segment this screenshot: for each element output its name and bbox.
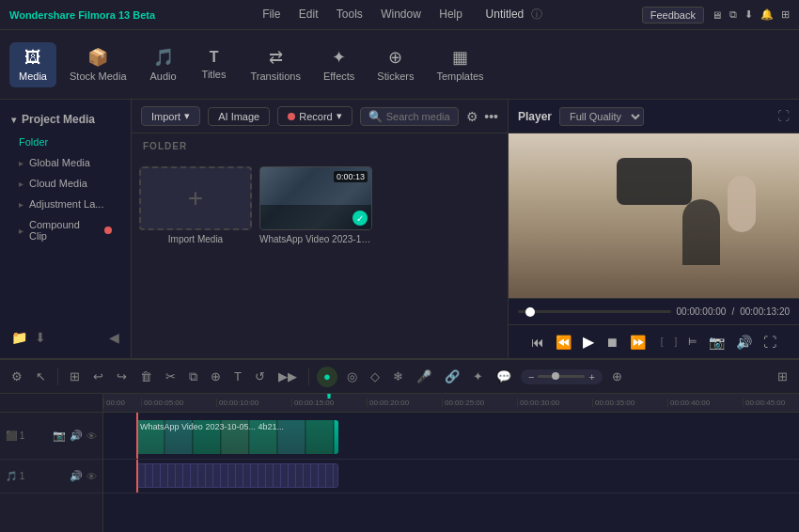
toolbar-stickers[interactable]: ⊕ Stickers: [368, 41, 423, 87]
menu-help[interactable]: Help: [431, 8, 470, 21]
player-screen[interactable]: [509, 133, 799, 298]
sidebar-project-media[interactable]: ▾ Project Media: [0, 107, 131, 132]
freeze-icon[interactable]: ❄: [389, 368, 407, 385]
filter-icon[interactable]: ⚙: [466, 109, 478, 124]
monitor-icon[interactable]: 🖥: [712, 9, 722, 21]
play-icon[interactable]: ▶: [583, 333, 594, 351]
subtitle-icon[interactable]: 💬: [493, 368, 515, 385]
toolbar-transitions[interactable]: ⇄ Transitions: [242, 41, 310, 87]
video-clip[interactable]: WhatsApp Video 2023-10-05... 4b21...: [136, 420, 338, 454]
expand-icon4: ▸: [19, 226, 24, 236]
select-tool-icon[interactable]: ↖: [32, 368, 50, 385]
toolbar-templates[interactable]: ▦ Templates: [427, 41, 493, 87]
import-thumb[interactable]: +: [139, 166, 252, 230]
split-icon[interactable]: ⊨: [688, 336, 697, 348]
grid-icon[interactable]: ⊞: [781, 8, 790, 21]
mark-out-icon[interactable]: ]: [675, 336, 678, 347]
audio-volume-icon[interactable]: 🔊: [70, 470, 83, 482]
sidebar-item-global[interactable]: ▸ Global Media: [0, 152, 131, 173]
feedback-button[interactable]: Feedback: [642, 7, 704, 23]
cut-icon[interactable]: ✂: [162, 368, 180, 385]
menu-tools[interactable]: Tools: [329, 8, 370, 21]
sidebar-item-folder[interactable]: Folder: [0, 132, 131, 152]
zoom-out-icon[interactable]: −: [528, 371, 534, 383]
snap-icon[interactable]: ⊞: [66, 368, 84, 385]
player-expand-icon[interactable]: ⛶: [777, 109, 790, 123]
sidebar-collapse-icon[interactable]: ◀: [109, 330, 119, 345]
toolbar-audio[interactable]: 🎵 Audio: [140, 41, 187, 87]
delete-icon[interactable]: 🗑: [136, 368, 156, 385]
quality-select[interactable]: Full Quality: [559, 107, 644, 126]
record-button[interactable]: Record ▾: [277, 106, 352, 126]
link-icon[interactable]: 🔗: [441, 368, 463, 385]
zoom-in-icon[interactable]: +: [588, 371, 594, 383]
sidebar-item-adjustment[interactable]: ▸ Adjustment La...: [0, 194, 131, 214]
ai-cut-icon[interactable]: ✦: [469, 368, 487, 385]
bell-icon[interactable]: 🔔: [760, 8, 774, 21]
forward-icon[interactable]: ▶▶: [274, 368, 301, 385]
clip-content: WhatsApp Video 2023-10-05... 4b21...: [136, 420, 338, 454]
import-icon[interactable]: ⬇: [35, 330, 46, 345]
frame-back-icon[interactable]: ⏪: [556, 335, 572, 350]
toolbar-effects[interactable]: ✦ Effects: [314, 41, 364, 87]
camera-icon[interactable]: 📷: [53, 430, 66, 442]
video-thumb[interactable]: 0:00:13 ✓: [259, 166, 372, 230]
list-item[interactable]: + Import Media: [139, 166, 252, 244]
menu-edit[interactable]: Edit: [291, 8, 326, 21]
copy-icon[interactable]: ⧉: [729, 8, 737, 21]
search-bar[interactable]: 🔍: [360, 107, 460, 126]
player: Player Full Quality ⛶ 00:00:00:00 /: [508, 100, 799, 358]
undo-icon[interactable]: ↩: [89, 368, 107, 385]
stop-icon[interactable]: ⏹: [605, 335, 619, 350]
ai-image-button[interactable]: AI Image: [208, 107, 270, 126]
mark-in-icon[interactable]: [: [661, 336, 664, 347]
skip-back-icon[interactable]: ⏮: [531, 335, 544, 350]
menu-file[interactable]: File: [255, 8, 288, 21]
text-tool-icon[interactable]: T: [230, 368, 245, 385]
marker-icon[interactable]: ◇: [367, 368, 384, 385]
audio-clip[interactable]: [136, 463, 338, 488]
search-icon: 🔍: [368, 110, 383, 123]
toolbar-stock-media[interactable]: 📦 Stock Media: [60, 41, 136, 87]
audio-eye-icon[interactable]: 👁: [86, 471, 97, 482]
zoom-control[interactable]: − +: [521, 369, 603, 384]
volume-track-icon[interactable]: 🔊: [70, 430, 83, 442]
eye-icon[interactable]: 👁: [86, 430, 97, 442]
sidebar-item-cloud[interactable]: ▸ Cloud Media: [0, 173, 131, 194]
stock-icon: 📦: [87, 47, 108, 68]
toolbar-media[interactable]: 🖼 Media: [9, 42, 56, 87]
timeline-toolbar: ⚙ ↖ ⊞ ↩ ↪ 🗑 ✂ ⧉ ⊕ T ↺ ▶▶ ● ◎ ◇ ❄ 🎤 🔗 ✦ 💬…: [0, 360, 799, 394]
ruler-mark: 00:00:05:00: [141, 399, 216, 407]
sidebar-arrow-icon: ▾: [11, 115, 16, 125]
mic-icon[interactable]: 🎤: [413, 368, 435, 385]
record-tl-icon[interactable]: ●: [317, 367, 337, 387]
toolbar-titles[interactable]: T Titles: [191, 43, 238, 86]
split-audio-icon[interactable]: ⊕: [207, 368, 225, 385]
sidebar-item-compound[interactable]: ▸ Compound Clip: [0, 214, 131, 246]
ripple-icon[interactable]: ◎: [343, 368, 361, 385]
rotate-icon[interactable]: ↺: [251, 368, 269, 385]
ruler-mark: 00:00:10:00: [216, 399, 291, 407]
snapshot-icon[interactable]: 📷: [709, 335, 725, 350]
time-slider-thumb[interactable]: [525, 307, 535, 317]
player-video-frame: [509, 133, 799, 298]
new-folder-icon[interactable]: 📁: [11, 330, 27, 345]
timeline-settings-icon[interactable]: ⚙: [8, 368, 26, 385]
crop-icon[interactable]: ⧉: [185, 368, 201, 386]
title-bar-left: Wondershare Filmora 13 Beta: [9, 9, 155, 21]
list-item[interactable]: 0:00:13 ✓ WhatsApp Video 2023-10-05...: [259, 166, 372, 244]
more-icon[interactable]: •••: [484, 109, 498, 124]
track-settings-icon[interactable]: ⊞: [774, 368, 791, 385]
redo-icon[interactable]: ↪: [113, 368, 131, 385]
search-input[interactable]: [386, 111, 451, 122]
info-icon[interactable]: ⓘ: [531, 8, 542, 21]
add-track-icon[interactable]: ⊕: [608, 368, 626, 385]
volume-icon[interactable]: 🔊: [736, 335, 752, 350]
frame-forward-icon[interactable]: ⏩: [630, 335, 646, 350]
player-label: Player: [518, 110, 552, 123]
import-button[interactable]: Import ▾: [141, 106, 200, 126]
download-icon[interactable]: ⬇: [744, 8, 753, 21]
fullscreen-icon[interactable]: ⛶: [763, 335, 776, 350]
menu-window[interactable]: Window: [373, 8, 429, 21]
time-slider[interactable]: [518, 310, 671, 313]
